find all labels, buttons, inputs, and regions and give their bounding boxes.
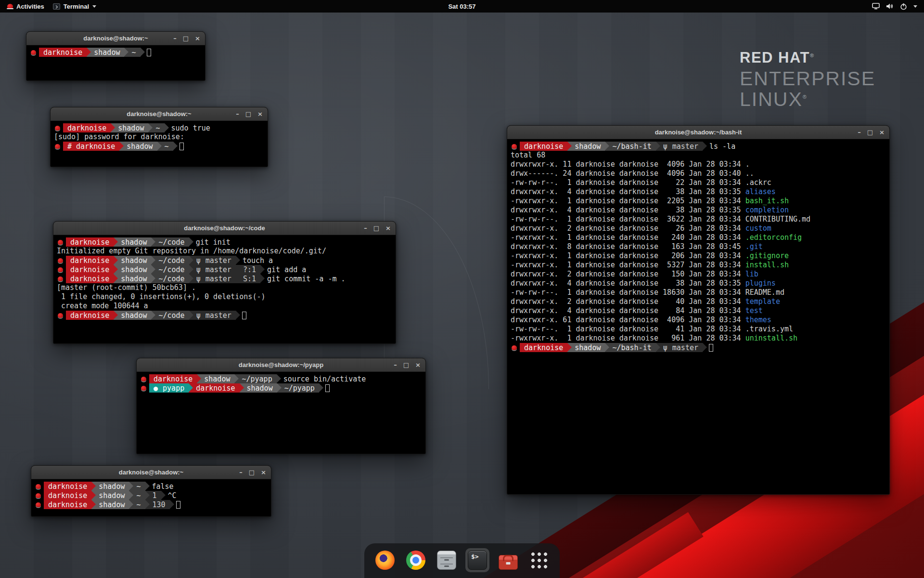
minimize-button[interactable]: –: [239, 469, 243, 475]
terminal-line: -rwxrwxr-x. 1 darknoise darknoise 5327 J…: [511, 261, 886, 270]
terminal-content[interactable]: darknoiseshadow~sudo true[sudo] password…: [51, 121, 268, 153]
prompt-segment-user: darknoise: [44, 482, 91, 491]
terminal-line: -rw-rw-r--. 1 darknoise darknoise 41 Jan…: [511, 325, 886, 334]
minimize-button[interactable]: –: [173, 35, 177, 41]
prompt-segment-user: # darknoise: [63, 142, 119, 151]
close-button[interactable]: ×: [257, 111, 263, 117]
activities-button[interactable]: Activities: [3, 0, 49, 13]
window-titlebar[interactable]: darknoise@shadow:~–□×: [51, 107, 268, 121]
redhat-logo-icon: [7, 4, 13, 9]
terminal-content[interactable]: darknoiseshadow~: [26, 45, 205, 59]
terminal-window[interactable]: darknoise@shadow:~–□×darknoiseshadow~fal…: [31, 465, 271, 517]
app-menu-button[interactable]: Terminal: [49, 0, 101, 13]
terminal-window[interactable]: darknoise@shadow:~/pyapp–□×darknoiseshad…: [136, 358, 426, 454]
prompt-segment-path: ~/code: [151, 256, 189, 265]
prompt-segment-path: ~/code: [151, 274, 189, 283]
segment-text: darknoise: [196, 384, 235, 393]
minimize-button[interactable]: –: [394, 362, 397, 368]
terminal-window[interactable]: darknoise@shadow:~/bash-it–□×darknoisesh…: [507, 125, 890, 495]
segment-text: ~/bash-it: [612, 343, 651, 352]
segment-text: darknoise: [43, 48, 82, 57]
segment-text: S:1: [243, 275, 256, 283]
terminal-content[interactable]: darknoiseshadow~/codegit initInitialized…: [53, 235, 396, 322]
terminal-line: -rw-rw-r--. 1 darknoise darknoise 22 Jan…: [511, 178, 886, 187]
window-titlebar[interactable]: darknoise@shadow:~/code–□×: [53, 222, 396, 235]
segment-text: shadow: [575, 343, 601, 352]
terminal-line: darknoiseshadow~/codeψ mastertouch a: [57, 256, 392, 265]
command-text: source bin/activate: [277, 375, 366, 383]
window-title: darknoise@shadow:~/pyapp: [239, 361, 323, 368]
segment-text: ~/code: [158, 238, 184, 247]
minimize-button[interactable]: –: [364, 225, 367, 231]
window-titlebar[interactable]: darknoise@shadow:~–□×: [26, 32, 205, 45]
ls-meta: -rw-rw-r--. 1 darknoise darknoise 3622 J…: [511, 215, 745, 224]
terminal-line: darknoiseshadow~/codeψ master?:1git add …: [57, 265, 392, 274]
terminal-content[interactable]: darknoiseshadow~/bash-itψ masterls -lato…: [507, 139, 889, 355]
segment-text: darknoise: [154, 375, 192, 383]
terminal-window[interactable]: darknoise@shadow:~–□×darknoiseshadow~: [26, 31, 205, 81]
terminal-line: darknoiseshadow~/codegit init: [57, 237, 392, 247]
dock-item-toolbox[interactable]: [496, 548, 520, 572]
volume-icon: [886, 3, 894, 10]
segment-text: master: [672, 343, 698, 352]
chevron-down-icon: [92, 5, 96, 8]
ls-meta: -rw-rw-r--. 1 darknoise darknoise 18630 …: [511, 288, 745, 297]
maximize-button[interactable]: □: [249, 469, 255, 475]
dock-item-firefox[interactable]: [373, 548, 397, 572]
window-titlebar[interactable]: darknoise@shadow:~/pyapp–□×: [137, 358, 425, 372]
terminal-window[interactable]: darknoise@shadow:~–□×darknoiseshadow~sud…: [50, 107, 268, 167]
ls-meta: drwxrwxr-x. 61 darknoise darknoise 4096 …: [511, 315, 745, 325]
maximize-button[interactable]: □: [373, 225, 379, 231]
appgrid-icon: [530, 551, 549, 570]
ls-meta: -rwxrwxr-x. 1 darknoise darknoise 961 Ja…: [511, 334, 745, 343]
close-button[interactable]: ×: [261, 469, 266, 475]
dock-item-terminal[interactable]: $>: [465, 548, 489, 572]
ls-meta: -rwxrwxr-x. 1 darknoise darknoise 206 Ja…: [511, 251, 745, 261]
terminal-content[interactable]: darknoiseshadow~falsedarknoiseshadow~1^C…: [31, 479, 271, 512]
dock-item-chrome[interactable]: [404, 548, 428, 572]
git-branch-icon: ψ: [663, 343, 672, 352]
segment-text: master: [205, 265, 231, 274]
segment-text: darknoise: [48, 482, 87, 491]
prompt-segment-user: darknoise: [520, 343, 567, 352]
terminal-prompt-glyph: $>: [471, 553, 479, 560]
minimize-button[interactable]: –: [858, 129, 861, 135]
segment-text: shadow: [121, 256, 147, 265]
terminal-line: drwxrwxr-x. 4 darknoise darknoise 38 Jan…: [511, 187, 886, 197]
redhat-icon: [512, 345, 517, 350]
segment-text: ~: [131, 48, 136, 57]
prompt-segment-user: darknoise: [66, 311, 114, 320]
prompt-segment-venv: ● pyapp: [149, 383, 189, 393]
close-button[interactable]: ×: [879, 129, 885, 135]
close-button[interactable]: ×: [415, 362, 421, 368]
close-button[interactable]: ×: [385, 225, 391, 231]
window-titlebar[interactable]: darknoise@shadow:~–□×: [31, 466, 271, 479]
chrome-icon: [406, 551, 425, 570]
redhat-icon: [36, 484, 41, 489]
window-titlebar[interactable]: darknoise@shadow:~/bash-it–□×: [507, 126, 889, 139]
terminal-content[interactable]: darknoiseshadow~/pyappsource bin/activat…: [137, 372, 425, 395]
ls-filename: .git: [745, 242, 763, 251]
maximize-button[interactable]: □: [403, 362, 409, 368]
ls-filename: install.sh: [745, 261, 789, 270]
segment-text: ~: [136, 500, 141, 509]
redhat-icon: [58, 267, 63, 272]
terminal-window[interactable]: darknoise@shadow:~/code–□×darknoiseshado…: [53, 221, 396, 344]
prompt-segment-host: shadow: [567, 343, 605, 352]
dock-item-files[interactable]: [435, 548, 459, 572]
redhat-icon: [58, 240, 63, 245]
segment-text: darknoise: [70, 311, 109, 320]
toolbox-icon: [499, 555, 518, 570]
dock-item-appgrid[interactable]: [527, 548, 551, 572]
prompt-segment-host: shadow: [114, 237, 151, 247]
terminal-line: drwxrwxr-x. 4 darknoise darknoise 84 Jan…: [511, 306, 886, 315]
clock[interactable]: Sat 03:57: [448, 3, 475, 10]
close-button[interactable]: ×: [195, 35, 200, 41]
terminal-cursor: [325, 384, 330, 392]
maximize-button[interactable]: □: [867, 129, 873, 135]
maximize-button[interactable]: □: [245, 111, 251, 117]
minimize-button[interactable]: –: [236, 111, 239, 117]
system-status-area[interactable]: [872, 3, 921, 10]
terminal-line: drwxrwxr-x. 8 darknoise darknoise 163 Ja…: [511, 242, 886, 251]
maximize-button[interactable]: □: [183, 35, 189, 41]
